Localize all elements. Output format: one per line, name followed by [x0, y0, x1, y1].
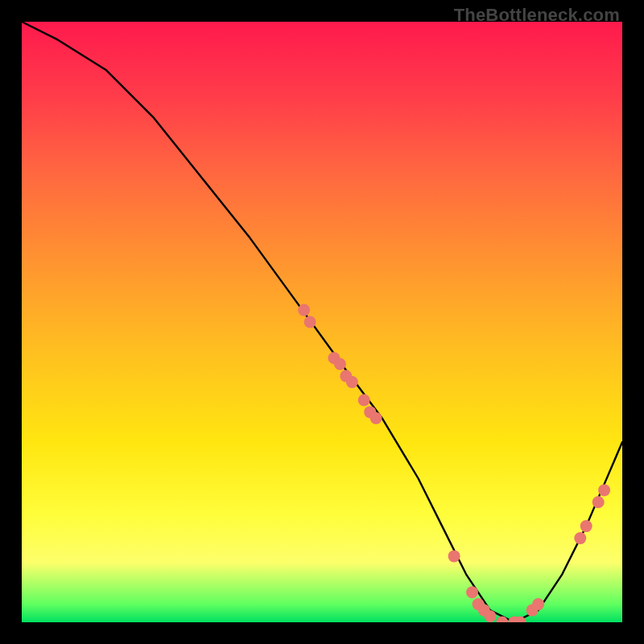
watermark-text: TheBottleneck.com — [454, 5, 620, 26]
gradient-plot-area — [22, 22, 622, 622]
